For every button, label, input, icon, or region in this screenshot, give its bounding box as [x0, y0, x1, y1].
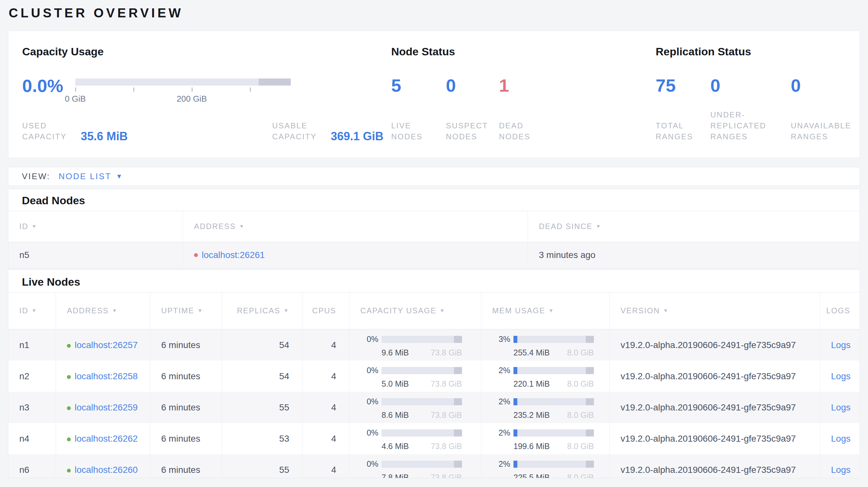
- axis-tick: [75, 88, 76, 92]
- capacity-usage: 0%4.6 MiB73.8 GiB: [349, 423, 481, 454]
- suspect-nodes-stat: 0 SUSPECT NODES: [446, 76, 499, 142]
- cell-replicas: 53: [222, 423, 302, 454]
- axis-tick-label: 0 GiB: [65, 94, 86, 104]
- dead-nodes-stat: 1 DEAD NODES: [499, 76, 560, 142]
- column-header-mem-usage[interactable]: MEM USAGE▼: [481, 292, 609, 329]
- column-header-label: DEAD SINCE: [539, 222, 593, 231]
- cell-node-id-text: n1: [19, 340, 29, 350]
- node-address-link[interactable]: localhost:26259: [75, 402, 138, 412]
- column-header-replicas[interactable]: REPLICAS▼: [222, 292, 302, 329]
- cell-node-id: n5: [8, 242, 183, 268]
- live-nodes-heading: Live Nodes: [8, 270, 860, 292]
- view-selected-value: NODE LIST: [59, 171, 111, 182]
- cell-uptime: 6 minutes: [150, 454, 222, 478]
- cell-version: v19.2.0-alpha.20190606-2491-gfe735c9a97: [609, 361, 820, 392]
- usage-percent-label: 0%: [360, 366, 378, 375]
- node-address-link[interactable]: localhost:26257: [75, 340, 138, 350]
- view-dropdown[interactable]: NODE LIST ▼: [59, 171, 122, 182]
- usage-total-value: 8.0 GiB: [567, 348, 594, 357]
- cell-logs: Logs: [820, 423, 859, 454]
- cell-version: v19.2.0-alpha.20190606-2491-gfe735c9a97: [609, 329, 820, 361]
- cell-version-text: v19.2.0-alpha.20190606-2491-gfe735c9a97: [621, 371, 796, 381]
- logs-link[interactable]: Logs: [831, 371, 850, 381]
- logs-link[interactable]: Logs: [831, 402, 850, 412]
- under-replicated-ranges-stat: 0 UNDER-REPLICATED RANGES: [710, 76, 791, 142]
- capacity-usage-title: Capacity Usage: [22, 45, 103, 58]
- sort-arrow-icon: ▼: [112, 308, 118, 314]
- total-ranges-count: 75: [656, 76, 710, 95]
- usage-percent-label: 0%: [360, 397, 378, 406]
- cell-uptime: 6 minutes: [150, 423, 222, 454]
- column-header-address[interactable]: ADDRESS▼: [183, 211, 528, 242]
- mem-usage-bar: [514, 429, 594, 436]
- column-header-version[interactable]: VERSION▼: [609, 292, 820, 329]
- column-header-dead-since[interactable]: DEAD SINCE▼: [528, 211, 859, 242]
- cell-address: localhost:26258: [56, 361, 150, 392]
- column-header-id[interactable]: ID▼: [8, 211, 183, 242]
- column-header-uptime[interactable]: UPTIME▼: [150, 292, 222, 329]
- total-ranges-label: TOTAL RANGES: [656, 120, 701, 142]
- used-capacity-stat: USED CAPACITY 35.6 MiB: [22, 120, 128, 142]
- cell-cpus-text: 4: [331, 340, 336, 350]
- logs-link[interactable]: Logs: [831, 433, 850, 444]
- mem-usage-bar-fill: [514, 398, 517, 405]
- page-title: CLUSTER OVERVIEW: [0, 0, 868, 20]
- usage-used-value: 7.8 MiB: [381, 473, 409, 478]
- mem-usage-bar-dark-segment: [586, 367, 594, 374]
- capacity-used-percent: 0.0%: [22, 75, 63, 96]
- column-header-label: VERSION: [621, 306, 660, 315]
- usage-percent-label: 0%: [360, 428, 378, 437]
- usage-total-value: 8.0 GiB: [567, 411, 594, 420]
- live-nodes-section: Live Nodes ID▼ADDRESS▼UPTIME▼REPLICAS▼CP…: [8, 269, 860, 478]
- usage-percent-label: 0%: [360, 334, 378, 344]
- cell-logs: Logs: [820, 361, 859, 392]
- logs-link[interactable]: Logs: [831, 340, 850, 350]
- node-address-link[interactable]: localhost:26258: [75, 371, 138, 381]
- cell-address: localhost:26260: [56, 454, 150, 478]
- capacity-axis: 0 GiB 200 GiB: [75, 86, 291, 105]
- node-address-link[interactable]: localhost:26262: [75, 433, 138, 444]
- cell-dead-since: 3 minutes ago: [528, 242, 859, 268]
- capacity-usage-bar-dark-segment: [454, 336, 462, 343]
- logs-link[interactable]: Logs: [831, 465, 850, 475]
- column-header-label: ADDRESS: [67, 306, 109, 315]
- capacity-usage: 0%9.6 MiB73.8 GiB: [349, 329, 481, 361]
- node-live-dot-icon: [67, 437, 71, 441]
- usable-capacity-label: USABLE CAPACITY: [272, 120, 321, 142]
- node-live-dot-icon: [67, 344, 71, 348]
- usage-used-value: 255.4 MiB: [514, 348, 550, 357]
- node-status-stats: 5 LIVE NODES 0 SUSPECT NODES 1 DEAD NODE…: [391, 76, 560, 142]
- dead-nodes-section: Dead Nodes ID▼ADDRESS▼DEAD SINCE▼n5local…: [8, 189, 860, 268]
- column-header-capacity-usage[interactable]: CAPACITY USAGE▼: [349, 292, 481, 329]
- column-header-label: LOGS: [826, 306, 850, 315]
- column-header-label: REPLICAS: [237, 306, 280, 315]
- capacity-usage-bar-dark-segment: [454, 429, 462, 436]
- capacity-stats: USED CAPACITY 35.6 MiB USABLE CAPACITY 3…: [22, 114, 376, 142]
- capacity-usage-bar: [381, 398, 462, 405]
- usage-used-value: 220.1 MiB: [514, 379, 550, 389]
- column-header-id[interactable]: ID▼: [8, 292, 56, 329]
- live-nodes-table: ID▼ADDRESS▼UPTIME▼REPLICAS▼CPUSCAPACITY …: [8, 292, 860, 478]
- capacity-usage-bar: [381, 461, 462, 468]
- node-dead-dot-icon: [194, 253, 198, 257]
- column-header-address[interactable]: ADDRESS▼: [56, 292, 150, 329]
- used-capacity-label: USED CAPACITY: [22, 120, 71, 142]
- unavailable-ranges-stat: 0 UNAVAILABLE RANGES: [791, 76, 865, 142]
- cell-node-id-text: n3: [19, 402, 29, 412]
- node-address-link[interactable]: localhost:26260: [75, 465, 138, 475]
- cell-version-text: v19.2.0-alpha.20190606-2491-gfe735c9a97: [621, 340, 796, 350]
- mem-usage: 2%235.2 MiB8.0 GiB: [481, 392, 609, 423]
- unavailable-ranges-count: 0: [791, 76, 865, 95]
- column-header-label: ID: [19, 306, 28, 315]
- sort-arrow-icon: ▼: [32, 308, 37, 314]
- cell-node-id: n6: [8, 454, 56, 478]
- mem-usage-bar-dark-segment: [586, 429, 594, 436]
- cell-uptime-text: 6 minutes: [161, 340, 200, 350]
- sort-arrow-icon: ▼: [239, 224, 245, 229]
- usage-percent-label: 2%: [492, 428, 510, 437]
- usage-used-value: 225.5 MiB: [514, 473, 550, 478]
- cell-version: v19.2.0-alpha.20190606-2491-gfe735c9a97: [609, 392, 820, 423]
- node-address-link[interactable]: localhost:26261: [202, 250, 265, 260]
- cell-replicas: 55: [222, 454, 302, 478]
- node-live-dot-icon: [67, 406, 71, 410]
